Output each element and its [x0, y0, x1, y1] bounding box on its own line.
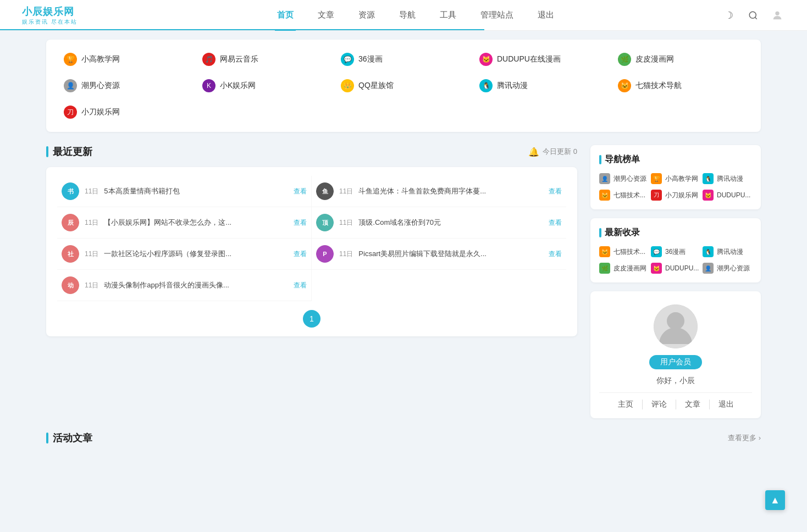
sidebar-link-小高教学网[interactable]: 🏆 小高教学网 — [651, 173, 700, 184]
update-item: P 11日 Picsart美易照片编辑下载登陆就是永久... 查看 — [312, 239, 566, 270]
sidebar-link-腾讯动漫[interactable]: 🐧 腾讯动漫 — [703, 173, 752, 184]
sidebar-link-label: 七猫技术... — [613, 191, 645, 200]
sidebar-link-小刀娱乐网[interactable]: 刀 小刀娱乐网 — [651, 190, 700, 201]
see-more-link[interactable]: 查看更多 — [728, 433, 761, 443]
quick-link-潮男心资源[interactable]: 👤 潮男心资源 — [59, 77, 194, 95]
svg-point-0 — [749, 12, 756, 18]
nav-item-资源[interactable]: 资源 — [356, 0, 377, 31]
sidebar-link-七猫技术...[interactable]: 🐱 七猫技术... — [599, 190, 649, 201]
sidebar-link-label: 潮男心资源 — [717, 264, 750, 273]
quick-links-grid: 🏆 小高教学网 🎵 网易云音乐 💬 36漫画 🐱 DUDUPU在线漫画 🌿 皮皮… — [59, 51, 748, 121]
nav-rank-grid: 👤 潮男心资源 🏆 小高教学网 🐧 腾讯动漫 🐱 七猫技术... 刀 小刀娱乐网… — [599, 173, 752, 201]
user-link-评论[interactable]: 评论 — [643, 400, 676, 409]
right-column: 导航榜单 👤 潮男心资源 🏆 小高教学网 🐧 腾讯动漫 🐱 七猫技术... 刀 … — [590, 145, 761, 418]
quick-link-label: 网易云音乐 — [220, 54, 258, 64]
page-1-button[interactable]: 1 — [303, 310, 320, 328]
quick-link-小刀娱乐网[interactable]: 刀 小刀娱乐网 — [59, 103, 194, 121]
quick-link-36漫画[interactable]: 💬 36漫画 — [336, 51, 471, 68]
sidebar-link-label: 小高教学网 — [665, 174, 698, 184]
sidebar-link-36漫画[interactable]: 💬 36漫画 — [651, 246, 700, 257]
sidebar-link-icon: 👤 — [703, 263, 714, 274]
update-link[interactable]: 查看 — [549, 218, 562, 228]
quick-link-icon: 🏆 — [64, 53, 77, 66]
svg-point-2 — [775, 11, 779, 15]
nav-item-导航[interactable]: 导航 — [397, 0, 418, 31]
sidebar-link-DUDUPU...[interactable]: 🐱 DUDUPU... — [651, 263, 700, 274]
quick-link-小高教学网[interactable]: 🏆 小高教学网 — [59, 51, 194, 68]
sidebar-link-icon: 🐧 — [703, 173, 714, 184]
sidebar-link-label: 潮男心资源 — [613, 174, 646, 184]
header: 小辰娱乐网 娱乐资讯 尽在本站 首页文章资源导航工具管理站点退出 ☽ — [0, 0, 807, 31]
update-avatar: 社 — [62, 245, 79, 263]
quick-link-七猫技术导航[interactable]: 🐱 七猫技术导航 — [613, 77, 748, 95]
update-avatar: 动 — [62, 276, 79, 294]
quick-link-label: 小刀娱乐网 — [81, 107, 120, 117]
main-content: 🏆 小高教学网 🎵 网易云音乐 💬 36漫画 🐱 DUDUPU在线漫画 🌿 皮皮… — [24, 31, 783, 453]
nav-item-退出[interactable]: 退出 — [535, 0, 556, 31]
nav-item-管理站点[interactable]: 管理站点 — [478, 0, 516, 31]
quick-link-label: 小高教学网 — [81, 54, 120, 64]
update-link[interactable]: 查看 — [549, 187, 562, 196]
sidebar-link-DUDUPU...[interactable]: 🐱 DUDUPU... — [703, 190, 752, 201]
quick-links-card: 🏆 小高教学网 🎵 网易云音乐 💬 36漫画 🐱 DUDUPU在线漫画 🌿 皮皮… — [46, 40, 761, 132]
bell-icon: 🔔 — [528, 147, 539, 157]
quick-link-皮皮漫画网[interactable]: 🌿 皮皮漫画网 — [613, 51, 748, 68]
update-item: 顶 11日 顶级.Com域名涨价到70元 查看 — [312, 207, 566, 239]
user-avatar-icon[interactable] — [770, 8, 785, 23]
quick-link-icon: K — [202, 79, 215, 92]
user-badge[interactable]: 用户会员 — [649, 355, 702, 369]
quick-link-小K娱乐网[interactable]: K 小K娱乐网 — [198, 77, 332, 95]
sidebar-link-label: 腾讯动漫 — [717, 174, 743, 184]
sidebar-link-icon: 🌿 — [599, 263, 610, 274]
sidebar-link-七猫技术...[interactable]: 🐱 七猫技术... — [599, 246, 649, 257]
sidebar-link-label: 七猫技术... — [613, 247, 645, 257]
update-text: 顶级.Com域名涨价到70元 — [358, 218, 541, 228]
sidebar-link-腾讯动漫[interactable]: 🐧 腾讯动漫 — [703, 246, 752, 257]
update-text: 一款社区论坛小程序源码（修复登录图... — [104, 249, 286, 259]
sidebar-link-潮男心资源[interactable]: 👤 潮男心资源 — [703, 263, 752, 274]
update-link[interactable]: 查看 — [294, 281, 307, 290]
nav-item-首页[interactable]: 首页 — [275, 0, 296, 31]
quick-link-icon: 刀 — [64, 106, 77, 119]
header-actions: ☽ — [721, 8, 785, 23]
search-icon[interactable] — [745, 8, 761, 23]
new-added-grid: 🐱 七猫技术... 💬 36漫画 🐧 腾讯动漫 🌿 皮皮漫画网 🐱 DUDUPU… — [599, 246, 752, 274]
sidebar-link-label: 皮皮漫画网 — [613, 264, 646, 273]
quick-link-腾讯动漫[interactable]: 🐧 腾讯动漫 — [475, 77, 609, 95]
update-item: 社 11日 一款社区论坛小程序源码（修复登录图... 查看 — [57, 239, 312, 270]
quick-link-label: 腾讯动漫 — [497, 81, 528, 91]
quick-link-DUDUPU在线漫画[interactable]: 🐱 DUDUPU在线漫画 — [475, 51, 609, 68]
logo-title: 小辰娱乐网 — [22, 5, 78, 18]
update-link[interactable]: 查看 — [549, 250, 562, 259]
sidebar-link-icon: 🐱 — [651, 263, 662, 274]
update-link[interactable]: 查看 — [294, 187, 307, 196]
sidebar-link-皮皮漫画网[interactable]: 🌿 皮皮漫画网 — [599, 263, 649, 274]
bottom-section: 活动文章 查看更多 — [46, 431, 761, 445]
sidebar-link-潮男心资源[interactable]: 👤 潮男心资源 — [599, 173, 649, 184]
nav-rank-card: 导航榜单 👤 潮男心资源 🏆 小高教学网 🐧 腾讯动漫 🐱 七猫技术... 刀 … — [590, 145, 761, 209]
header-underline — [0, 29, 807, 30]
nav-item-工具[interactable]: 工具 — [438, 0, 458, 31]
update-link[interactable]: 查看 — [294, 218, 307, 228]
user-link-主页[interactable]: 主页 — [609, 400, 643, 409]
sidebar-link-icon: 💬 — [651, 246, 662, 257]
sidebar-link-label: 腾讯动漫 — [717, 247, 743, 257]
user-card: 用户会员 你好，小辰 主页评论文章退出 — [590, 291, 761, 418]
update-link[interactable]: 查看 — [294, 250, 307, 259]
quick-link-网易云音乐[interactable]: 🎵 网易云音乐 — [198, 51, 332, 68]
user-avatar — [654, 304, 698, 348]
user-link-文章[interactable]: 文章 — [676, 400, 710, 409]
quick-link-icon: 👤 — [64, 79, 77, 92]
logo-subtitle: 娱乐资讯 尽在本站 — [22, 18, 78, 26]
sidebar-link-label: DUDUPU... — [717, 191, 750, 199]
update-item: 鱼 11日 斗鱼追光体：斗鱼首款免费商用字体蔓... 查看 — [312, 176, 566, 207]
user-link-退出[interactable]: 退出 — [710, 400, 743, 409]
quick-link-QQ星族馆[interactable]: 👑 QQ星族馆 — [336, 77, 471, 95]
update-item: 动 11日 动漫头像制作app抖音很火的漫画头像... 查看 — [57, 270, 312, 301]
nav-item-文章[interactable]: 文章 — [316, 0, 336, 31]
update-day: 11日 — [85, 250, 98, 259]
update-text: 斗鱼追光体：斗鱼首款免费商用字体蔓... — [358, 186, 541, 196]
updates-meta: 🔔 今日更新 0 — [528, 147, 577, 157]
theme-toggle-icon[interactable]: ☽ — [721, 8, 737, 23]
updates-card: 书 11日 5本高质量情商书籍打包 查看 鱼 11日 斗鱼追光体：斗鱼首款免费商… — [46, 167, 577, 336]
